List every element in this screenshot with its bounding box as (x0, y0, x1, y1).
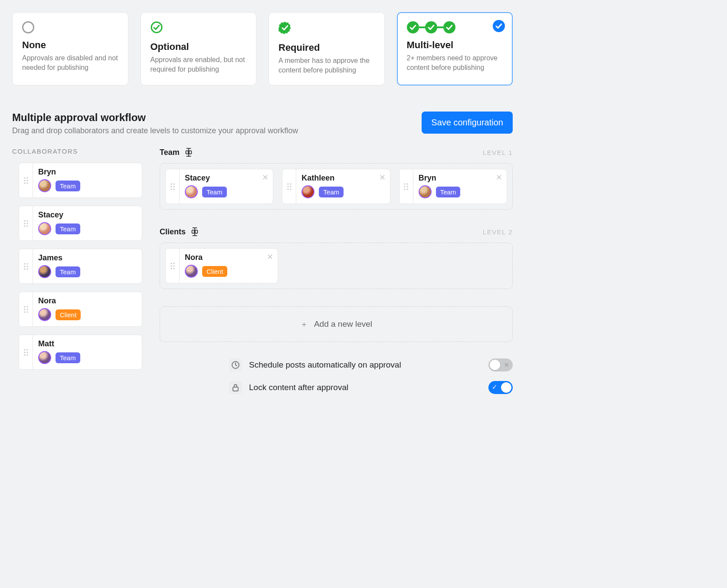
drag-handle-icon[interactable] (282, 169, 296, 204)
save-configuration-button[interactable]: Save configuration (422, 112, 513, 134)
avatar (301, 185, 314, 198)
role-tag: Client (56, 309, 81, 320)
setting-lock-toggle[interactable]: ✓ (488, 381, 513, 394)
option-title: Multi-level (407, 39, 503, 51)
clock-icon (229, 358, 242, 371)
person-card[interactable]: James Team (19, 249, 142, 284)
option-desc: Approvals are disabled and not needed fo… (22, 53, 118, 72)
rename-level-icon[interactable] (191, 227, 199, 237)
drag-handle-icon[interactable] (19, 206, 33, 240)
option-title: Required (278, 42, 375, 53)
avatar (419, 185, 432, 198)
remove-person-button[interactable]: ✕ (496, 174, 502, 181)
workflow-subtitle: Drag and drop collaborators and create l… (12, 126, 298, 135)
multilevel-icon (407, 21, 503, 33)
rename-level-icon[interactable] (185, 148, 193, 157)
approval-mode-options: None Approvals are disabled and not need… (12, 12, 513, 85)
remove-person-button[interactable]: ✕ (262, 174, 269, 181)
add-level-label: Add a new level (314, 319, 372, 329)
option-none[interactable]: None Approvals are disabled and not need… (12, 12, 128, 85)
empty-circle-icon (22, 21, 34, 33)
option-desc: 2+ members need to approve content befor… (407, 53, 503, 72)
option-title: Optional (151, 41, 247, 53)
role-tag: Team (56, 223, 80, 234)
drag-handle-icon[interactable] (19, 249, 33, 283)
setting-lock-row: Lock content after approval ✓ (160, 381, 513, 394)
approval-level: Clients LEVEL 2 ✕ Nora Client (160, 227, 513, 289)
drag-handle-icon[interactable] (166, 249, 180, 283)
role-tag: Client (202, 266, 227, 277)
role-tag: Team (56, 266, 80, 277)
option-desc: Approvals are enabled, but not required … (151, 55, 247, 74)
avatar (38, 222, 51, 235)
avatar (185, 265, 198, 278)
person-card[interactable]: ✕ Kathleen Team (282, 169, 390, 204)
level-dropzone[interactable]: ✕ Stacey Team ✕ Kathleen Team ✕ Bryn (160, 163, 513, 210)
avatar (185, 185, 198, 198)
person-name: Matt (38, 339, 137, 348)
person-card[interactable]: Bryn Team (19, 163, 142, 198)
person-card[interactable]: Matt Team (19, 335, 142, 370)
add-level-button[interactable]: ＋ Add a new level (160, 306, 513, 342)
person-name: Bryn (419, 174, 501, 183)
check-badge-icon (278, 21, 291, 34)
level-dropzone[interactable]: ✕ Nora Client (160, 243, 513, 289)
plus-icon: ＋ (300, 319, 308, 329)
person-name: Nora (185, 253, 272, 262)
drag-handle-icon[interactable] (19, 335, 33, 369)
level-name: Team (160, 148, 180, 157)
drag-handle-icon[interactable] (19, 163, 33, 197)
x-icon: ✕ (504, 361, 509, 368)
level-number-label: LEVEL 2 (483, 228, 513, 236)
person-card[interactable]: Stacey Team (19, 206, 142, 241)
setting-schedule-row: Schedule posts automatically on approval… (160, 358, 513, 371)
option-multilevel[interactable]: Multi-level 2+ members need to approve c… (397, 12, 513, 85)
collaborators-panel: COLLABORATORS Bryn Team Stacey Team (12, 148, 142, 370)
person-card[interactable]: Nora Client (19, 292, 142, 327)
person-name: Kathleen (301, 174, 384, 183)
person-name: Nora (38, 296, 137, 305)
check-outline-icon (151, 21, 163, 33)
person-card[interactable]: ✕ Bryn Team (399, 169, 507, 204)
person-name: James (38, 253, 137, 263)
remove-person-button[interactable]: ✕ (379, 174, 386, 181)
setting-schedule-toggle[interactable]: ✕ (488, 358, 513, 371)
level-name: Clients (160, 227, 186, 237)
option-desc: A member has to approve the content befo… (278, 56, 375, 75)
person-name: Stacey (38, 210, 137, 220)
role-tag: Team (436, 187, 461, 197)
role-tag: Team (56, 181, 80, 191)
person-name: Stacey (185, 174, 268, 183)
avatar (38, 179, 51, 192)
person-card[interactable]: ✕ Stacey Team (165, 169, 273, 204)
role-tag: Team (56, 352, 80, 363)
check-icon: ✓ (492, 383, 498, 391)
collaborators-heading: COLLABORATORS (12, 148, 142, 155)
workflow-title: Multiple approval workflow (12, 112, 298, 124)
person-card[interactable]: ✕ Nora Client (165, 248, 278, 283)
option-optional[interactable]: Optional Approvals are enabled, but not … (141, 12, 257, 85)
workflow-header: Multiple approval workflow Drag and drop… (12, 112, 513, 135)
option-required[interactable]: Required A member has to approve the con… (269, 12, 385, 85)
role-tag: Team (202, 187, 227, 197)
level-number-label: LEVEL 1 (483, 149, 513, 156)
lock-icon (229, 381, 242, 394)
avatar (38, 351, 51, 364)
setting-schedule-label: Schedule posts automatically on approval (249, 360, 401, 370)
drag-handle-icon[interactable] (400, 169, 413, 204)
avatar (38, 265, 51, 278)
remove-person-button[interactable]: ✕ (267, 253, 273, 261)
approval-settings: Schedule posts automatically on approval… (160, 358, 513, 394)
drag-handle-icon[interactable] (19, 292, 33, 326)
drag-handle-icon[interactable] (166, 169, 180, 204)
approval-level: Team LEVEL 1 ✕ Stacey Team (160, 148, 513, 210)
person-name: Bryn (38, 168, 137, 177)
selected-check-icon (493, 20, 505, 32)
avatar (38, 308, 51, 321)
setting-lock-label: Lock content after approval (249, 383, 348, 392)
levels-panel: Team LEVEL 1 ✕ Stacey Team (160, 148, 513, 394)
option-title: None (22, 39, 118, 51)
role-tag: Team (319, 187, 344, 197)
